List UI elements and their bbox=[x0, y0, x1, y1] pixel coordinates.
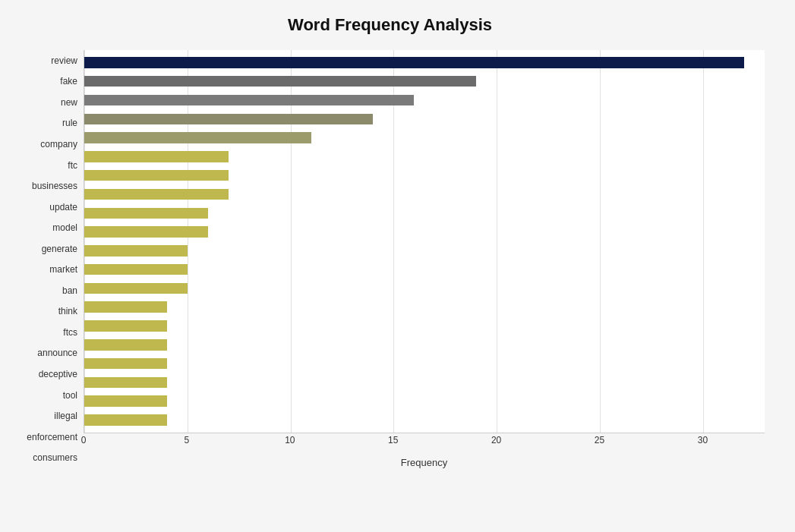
bar-row bbox=[84, 279, 765, 298]
y-label: company bbox=[40, 140, 77, 149]
bar-row bbox=[84, 203, 765, 222]
y-label: ftc bbox=[68, 161, 77, 170]
y-label: deceptive bbox=[39, 370, 77, 379]
bar-row bbox=[84, 316, 765, 335]
bar bbox=[84, 189, 229, 200]
bar bbox=[84, 414, 167, 426]
bar-row bbox=[84, 185, 765, 204]
bar-row bbox=[84, 91, 765, 110]
bar bbox=[84, 358, 167, 370]
bars-wrapper bbox=[84, 50, 765, 433]
x-tick-label: 5 bbox=[185, 435, 190, 445]
y-label: update bbox=[49, 203, 77, 212]
bar-row bbox=[84, 392, 765, 411]
bar-row bbox=[84, 72, 765, 91]
y-label: model bbox=[52, 223, 77, 232]
y-label: illegal bbox=[54, 411, 77, 420]
x-axis-title: Frequency bbox=[84, 457, 765, 468]
chart-title: Word Frequency Analysis bbox=[15, 15, 765, 35]
bar bbox=[84, 377, 167, 389]
bar bbox=[84, 208, 208, 219]
bar bbox=[84, 395, 167, 407]
chart-container: Word Frequency Analysis reviewfakenewrul… bbox=[0, 0, 795, 532]
bar-row bbox=[84, 297, 765, 316]
bar bbox=[84, 339, 167, 351]
x-tick-label: 15 bbox=[388, 435, 398, 445]
bar-row bbox=[84, 354, 765, 373]
bar bbox=[84, 57, 744, 68]
bar-row bbox=[84, 53, 765, 72]
y-label: new bbox=[61, 98, 77, 107]
x-tick-label: 0 bbox=[81, 435, 87, 445]
x-tick-label: 25 bbox=[595, 435, 604, 445]
bar-row bbox=[84, 166, 765, 185]
bar bbox=[84, 170, 229, 181]
y-label: rule bbox=[62, 118, 77, 127]
grid-and-bars bbox=[84, 50, 765, 433]
y-label: businesses bbox=[32, 181, 77, 190]
bar bbox=[84, 245, 188, 257]
y-labels: reviewfakenewrulecompanyftcbusinessesupd… bbox=[15, 50, 84, 468]
y-label: ban bbox=[62, 286, 77, 295]
y-label: generate bbox=[42, 244, 77, 253]
x-axis-labels: 051015202530 bbox=[84, 435, 765, 454]
y-label: review bbox=[51, 56, 77, 65]
bar-row bbox=[84, 335, 765, 354]
y-label: market bbox=[49, 265, 77, 274]
y-label: fake bbox=[60, 77, 77, 86]
bar-row bbox=[84, 222, 765, 241]
y-label: tool bbox=[63, 391, 77, 400]
bar bbox=[84, 226, 208, 238]
bar bbox=[84, 264, 188, 275]
y-label: think bbox=[58, 307, 77, 316]
bar-row bbox=[84, 147, 765, 166]
x-tick-label: 20 bbox=[491, 435, 501, 445]
bar bbox=[84, 320, 167, 332]
bar bbox=[84, 95, 414, 106]
bar bbox=[84, 151, 229, 162]
y-label: enforcement bbox=[27, 433, 77, 442]
bar-row bbox=[84, 109, 765, 128]
bar bbox=[84, 132, 311, 143]
bar-row bbox=[84, 128, 765, 147]
x-tick-label: 30 bbox=[698, 435, 708, 445]
bar-row bbox=[84, 241, 765, 260]
y-label: announce bbox=[37, 348, 77, 357]
bar bbox=[84, 114, 373, 125]
x-tick-label: 10 bbox=[285, 435, 295, 445]
y-label: ftcs bbox=[63, 328, 77, 337]
bar-row bbox=[84, 373, 765, 392]
bar bbox=[84, 301, 167, 313]
bars-and-grid: 051015202530 Frequency bbox=[84, 50, 765, 468]
bar bbox=[84, 283, 188, 294]
chart-area: reviewfakenewrulecompanyftcbusinessesupd… bbox=[15, 50, 765, 468]
y-label: consumers bbox=[33, 453, 77, 462]
bar bbox=[84, 76, 476, 87]
bar-row bbox=[84, 260, 765, 279]
bar-row bbox=[84, 411, 765, 430]
